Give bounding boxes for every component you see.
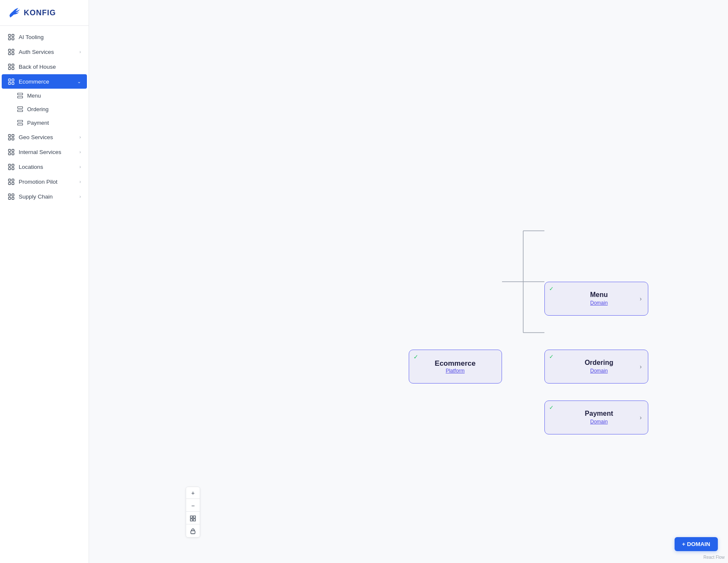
svg-rect-50 (193, 516, 195, 518)
check-icon: ✓ (413, 353, 418, 360)
svg-rect-49 (190, 516, 192, 518)
svg-rect-26 (12, 138, 14, 140)
svg-rect-12 (12, 67, 14, 70)
svg-rect-18 (17, 96, 22, 98)
domain-node-subtitle[interactable]: Domain (590, 368, 608, 374)
chevron-right-icon: › (79, 194, 81, 199)
react-flow-watermark: React Flow (703, 555, 725, 560)
bird-logo-icon (7, 6, 20, 20)
sidebar-item-ai-tooling[interactable]: AI Tooling (2, 30, 87, 44)
svg-rect-51 (190, 519, 192, 521)
sidebar-item-ecommerce[interactable]: Ecommerce ⌄ (2, 74, 87, 89)
svg-rect-2 (12, 34, 14, 36)
grid-icon (8, 178, 14, 185)
sub-grid-icon (17, 93, 23, 99)
lock-button[interactable] (186, 525, 200, 537)
node-content: Menu Domain (562, 291, 636, 306)
sidebar-item-label: Promotion Pilot (19, 179, 58, 185)
sidebar-item-locations[interactable]: Locations › (2, 160, 87, 174)
zoom-in-button[interactable]: + (186, 487, 200, 499)
sidebar-nav: AI Tooling Auth Services › Back of House (0, 26, 89, 563)
domain-node-payment[interactable]: ✓ Payment Domain › (544, 401, 648, 434)
svg-rect-15 (8, 82, 11, 84)
sub-grid-icon (17, 106, 23, 112)
svg-rect-33 (8, 168, 11, 170)
svg-rect-25 (8, 138, 11, 140)
sidebar-item-label: Internal Services (19, 149, 61, 155)
svg-rect-22 (17, 123, 22, 125)
sidebar-item-promotion-pilot[interactable]: Promotion Pilot › (2, 174, 87, 189)
sidebar-item-label: Ecommerce (19, 78, 49, 85)
domain-node-subtitle[interactable]: Domain (590, 300, 608, 306)
svg-rect-23 (8, 134, 11, 137)
grid-icon (8, 134, 14, 140)
sub-grid-icon (17, 120, 23, 126)
sidebar-item-auth-services[interactable]: Auth Services › (2, 45, 87, 59)
sidebar-item-label: Supply Chain (19, 193, 53, 200)
canvas: ✓ Ecommerce Platform ✓ Menu Domain › ✓ O… (89, 0, 728, 563)
add-domain-button[interactable]: + DOMAIN (675, 537, 718, 551)
chevron-right-icon: › (640, 414, 642, 421)
svg-rect-39 (8, 194, 11, 196)
domain-node-subtitle[interactable]: Domain (590, 419, 608, 425)
node-content: Ordering Domain (562, 359, 636, 374)
sidebar-subitem-menu[interactable]: Menu (2, 89, 87, 102)
svg-rect-38 (12, 182, 14, 185)
sidebar-item-internal-services[interactable]: Internal Services › (2, 145, 87, 159)
sub-item-label: Ordering (27, 106, 49, 112)
svg-rect-40 (12, 194, 14, 196)
sidebar-subitem-ordering[interactable]: Ordering (2, 103, 87, 116)
svg-rect-14 (12, 79, 14, 81)
chevron-right-icon: › (640, 363, 642, 370)
domain-node-title: Ordering (585, 359, 614, 367)
sidebar-item-supply-chain[interactable]: Supply Chain › (2, 189, 87, 204)
sidebar-item-label: Back of House (19, 64, 56, 70)
check-icon: ✓ (549, 286, 554, 292)
zoom-controls: + − (186, 487, 200, 538)
grid-icon (8, 34, 14, 40)
svg-rect-8 (12, 53, 14, 55)
svg-rect-42 (12, 197, 14, 199)
chevron-right-icon: › (79, 149, 81, 154)
sidebar-item-label: Geo Services (19, 134, 53, 140)
svg-rect-20 (17, 110, 22, 112)
chevron-right-icon: › (79, 179, 81, 184)
svg-rect-53 (191, 531, 195, 534)
zoom-fit-button[interactable] (186, 513, 200, 524)
sidebar-item-geo-services[interactable]: Geo Services › (2, 130, 87, 144)
svg-rect-7 (8, 53, 11, 55)
sidebar-item-label: Auth Services (19, 49, 54, 55)
chevron-right-icon: › (79, 134, 81, 140)
check-icon: ✓ (549, 353, 554, 360)
svg-rect-9 (8, 64, 11, 66)
svg-rect-16 (12, 82, 14, 84)
grid-icon (8, 48, 14, 55)
svg-rect-10 (12, 64, 14, 66)
fit-icon (190, 515, 196, 521)
svg-rect-30 (12, 153, 14, 155)
grid-icon (8, 78, 14, 85)
sub-item-label: Payment (27, 120, 49, 126)
svg-rect-36 (12, 179, 14, 181)
platform-node-subtitle[interactable]: Platform (446, 368, 465, 374)
svg-rect-6 (12, 49, 14, 51)
domain-node-title: Payment (585, 410, 613, 417)
svg-rect-21 (17, 120, 22, 122)
chevron-down-icon: ⌄ (77, 79, 81, 84)
zoom-out-button[interactable]: − (186, 500, 200, 512)
svg-rect-34 (12, 168, 14, 170)
sub-item-label: Menu (27, 92, 41, 99)
logo-area: KONFIG (0, 0, 89, 26)
svg-rect-35 (8, 179, 11, 181)
domain-node-menu[interactable]: ✓ Menu Domain › (544, 282, 648, 316)
platform-node[interactable]: ✓ Ecommerce Platform (409, 350, 502, 384)
svg-rect-28 (12, 149, 14, 151)
svg-rect-13 (8, 79, 11, 81)
svg-rect-19 (17, 107, 22, 109)
sidebar-item-back-of-house[interactable]: Back of House (2, 59, 87, 74)
svg-rect-3 (8, 38, 11, 40)
ecommerce-sub-nav: Menu Ordering Payment (0, 89, 89, 129)
svg-point-0 (17, 8, 17, 9)
domain-node-ordering[interactable]: ✓ Ordering Domain › (544, 350, 648, 384)
sidebar-subitem-payment[interactable]: Payment (2, 116, 87, 129)
